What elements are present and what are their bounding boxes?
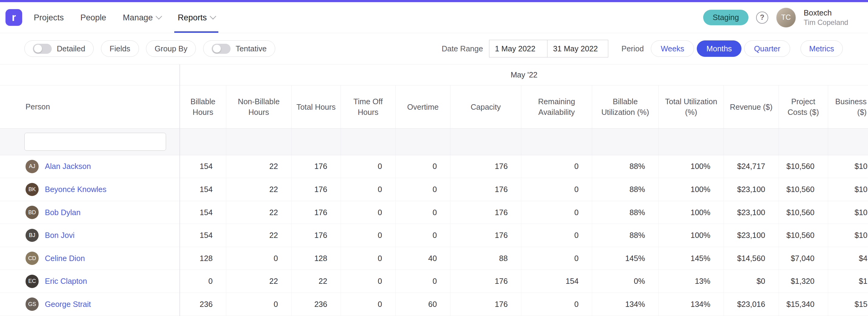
help-icon[interactable]: ? xyxy=(756,11,768,24)
column-filter-cell xyxy=(180,129,226,155)
column-header-label: Capacity xyxy=(470,102,501,112)
period-option-quarter[interactable]: Quarter xyxy=(744,40,790,57)
data-cell: 236 xyxy=(180,293,226,316)
person-name-link[interactable]: Alan Jackson xyxy=(45,162,91,171)
data-cell: $10,560 xyxy=(779,155,828,178)
tentative-switch-icon[interactable] xyxy=(212,44,230,54)
column-header-billable-hours[interactable]: Billable Hours xyxy=(180,85,226,128)
pane-divider xyxy=(180,64,180,316)
data-cell: $10,560 xyxy=(779,178,828,201)
user-avatar[interactable]: TC xyxy=(776,8,796,28)
column-header-label: Non-Billable Hours xyxy=(229,96,288,117)
column-filter-cell xyxy=(779,129,828,155)
column-filter-cell xyxy=(592,129,658,155)
main-nav: ProjectsPeopleManageReports xyxy=(26,2,223,33)
column-header-non-billable-hours[interactable]: Non-Billable Hours xyxy=(226,85,291,128)
data-cell: 100% xyxy=(658,178,724,201)
nav-item-projects[interactable]: Projects xyxy=(26,2,72,33)
person-column-header[interactable]: Person xyxy=(0,85,180,129)
nav-item-people[interactable]: People xyxy=(72,2,115,33)
data-cell: 0 xyxy=(341,293,395,316)
data-cell: 0 xyxy=(395,270,450,292)
column-header-total-hours[interactable]: Total Hours xyxy=(291,85,341,128)
data-cell: 176 xyxy=(450,201,521,224)
column-header-total-utilization[interactable]: Total Utilization (%) xyxy=(658,85,724,128)
data-cell: 176 xyxy=(450,224,521,247)
chevron-down-icon xyxy=(210,13,216,20)
data-cell: $7,040 xyxy=(779,247,828,270)
data-cell: 22 xyxy=(226,270,291,292)
date-to-input[interactable]: 31 May 2022 xyxy=(547,40,608,58)
column-header-row: Billable HoursNon-Billable HoursTotal Ho… xyxy=(180,85,868,129)
column-header-business-costs[interactable]: Business Costs ($) xyxy=(828,85,868,128)
data-cell: $10,560 xyxy=(828,201,868,224)
period-option-months[interactable]: Months xyxy=(697,40,742,57)
data-cell: 0 xyxy=(341,247,395,270)
group-by-button[interactable]: Group By xyxy=(146,40,196,57)
data-cell: 0 xyxy=(521,247,592,270)
data-row: 1542217600176088%100%$23,100$10,560$10,5… xyxy=(180,224,868,247)
nav-item-manage[interactable]: Manage xyxy=(115,2,170,33)
period-option-weeks[interactable]: Weeks xyxy=(651,40,694,57)
nav-item-label: People xyxy=(80,13,106,23)
person-name-link[interactable]: Bon Jovi xyxy=(45,231,74,240)
tentative-toggle[interactable]: Tentative xyxy=(203,40,275,57)
column-header-remaining-availability[interactable]: Remaining Availability xyxy=(521,85,592,128)
person-row: ECEric Clapton xyxy=(0,270,180,293)
person-rows: AJAlan JacksonBKBeyoncé KnowlesBDBob Dyl… xyxy=(0,155,180,316)
data-cell: 22 xyxy=(291,270,341,292)
metrics-button[interactable]: Metrics xyxy=(801,40,843,57)
column-filter-cell xyxy=(723,129,778,155)
nav-item-reports[interactable]: Reports xyxy=(169,2,223,33)
data-cell: $10,560 xyxy=(779,224,828,247)
person-row: BJBon Jovi xyxy=(0,224,180,247)
detailed-switch-icon[interactable] xyxy=(33,44,52,54)
person-name-link[interactable]: Bob Dylan xyxy=(45,208,81,217)
data-cell: $10,560 xyxy=(779,201,828,224)
fields-button[interactable]: Fields xyxy=(101,40,139,57)
data-cell: 88% xyxy=(592,201,658,224)
data-cell: 22 xyxy=(226,155,291,178)
column-header-overtime[interactable]: Overtime xyxy=(395,85,450,128)
column-header-revenue[interactable]: Revenue ($) xyxy=(723,85,778,128)
data-cell: 100% xyxy=(658,201,724,224)
date-from-input[interactable]: 1 May 2022 xyxy=(489,40,548,58)
column-header-capacity[interactable]: Capacity xyxy=(450,85,521,128)
column-header-billable-utilization[interactable]: Billable Utilization (%) xyxy=(592,85,658,128)
data-cell: 0 xyxy=(341,270,395,292)
person-name-link[interactable]: Celine Dion xyxy=(45,254,85,263)
logo-letter: r xyxy=(12,11,16,24)
avatar-initials: TC xyxy=(781,13,791,22)
column-header-label: Project Costs ($) xyxy=(782,96,824,117)
data-cell: 88 xyxy=(450,247,521,270)
column-header-label: Billable Hours xyxy=(183,96,223,117)
data-cell: $14,560 xyxy=(723,247,778,270)
person-name-link[interactable]: George Strait xyxy=(45,300,91,309)
data-cell: 176 xyxy=(450,155,521,178)
account-block[interactable]: Boxtech Tim Copeland xyxy=(804,8,848,27)
report-toolbar: Detailed Fields Group By Tentative Date … xyxy=(0,33,868,64)
data-cell: 176 xyxy=(291,155,341,178)
data-cell: 176 xyxy=(450,178,521,201)
data-cell: 0 xyxy=(521,224,592,247)
data-cell: 0 xyxy=(180,270,226,292)
report-table: Person AJAlan JacksonBKBeyoncé KnowlesBD… xyxy=(0,64,868,316)
column-header-label: Total Utilization (%) xyxy=(662,96,720,117)
data-cell: 40 xyxy=(395,247,450,270)
month-header-label: May '22 xyxy=(510,70,537,79)
nav-item-label: Reports xyxy=(178,13,207,23)
person-name-link[interactable]: Eric Clapton xyxy=(45,277,87,286)
data-cell: 22 xyxy=(226,178,291,201)
column-filter-cell xyxy=(521,129,592,155)
data-cell: 0 xyxy=(521,155,592,178)
column-header-time-off-hours[interactable]: Time Off Hours xyxy=(341,85,395,128)
data-cell: $10,560 xyxy=(828,178,868,201)
month-band: May '22 xyxy=(180,64,868,85)
person-filter-input[interactable] xyxy=(24,133,166,150)
data-cell: $24,717 xyxy=(723,155,778,178)
person-name-link[interactable]: Beyoncé Knowles xyxy=(45,185,106,194)
runn-logo[interactable]: r xyxy=(5,9,22,26)
data-cell: 0% xyxy=(592,270,658,292)
column-header-project-costs[interactable]: Project Costs ($) xyxy=(779,85,828,128)
detailed-toggle[interactable]: Detailed xyxy=(24,40,94,57)
